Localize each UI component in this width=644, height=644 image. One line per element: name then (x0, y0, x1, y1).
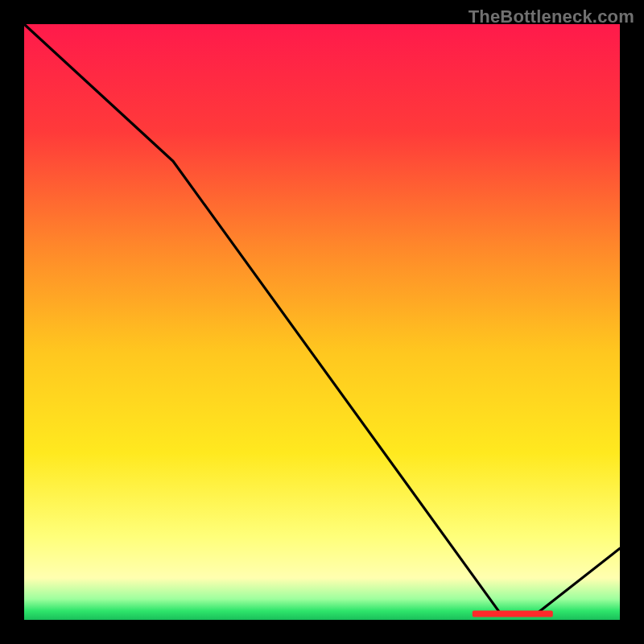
plot-area (24, 24, 620, 620)
bottleneck-curve (24, 24, 620, 614)
chart-frame: TheBottleneck.com (0, 0, 644, 644)
data-line-layer (24, 24, 620, 620)
annotation-marker (473, 611, 553, 617)
